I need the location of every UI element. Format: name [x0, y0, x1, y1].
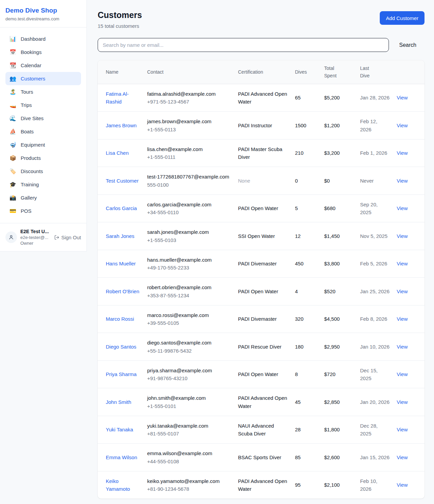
sidebar-item-products[interactable]: 📦 Products: [5, 151, 81, 165]
customer-name-link[interactable]: James Brown: [106, 122, 137, 129]
sign-out-button[interactable]: Sign Out: [54, 235, 81, 240]
customer-certification: None: [238, 178, 250, 184]
sidebar-item-label: Dashboard: [21, 36, 45, 42]
customer-name-link[interactable]: John Smith: [106, 398, 131, 406]
customer-phone: +81-90-1234-5678: [147, 485, 231, 493]
customer-phone: +1-555-0113: [147, 126, 231, 133]
view-customer-link[interactable]: View: [397, 344, 408, 350]
user-name: E2E Test U...: [20, 229, 49, 234]
sidebar-header: Demo Dive Shop demo.test.divestreams.com: [0, 0, 86, 27]
customer-last-dive: Jan 15, 2026: [360, 454, 390, 460]
customer-name-link[interactable]: Robert O'Brien: [106, 287, 139, 295]
column-header-certification: Certification: [238, 60, 295, 84]
sign-out-icon: [54, 235, 59, 240]
view-customer-link[interactable]: View: [397, 288, 408, 294]
customer-dives: 65: [295, 95, 301, 100]
customer-name-link[interactable]: Sarah Jones: [106, 232, 134, 240]
column-header-total-spent: Total Spent: [324, 60, 360, 84]
sidebar-item-dive-sites[interactable]: 🌊 Dive Sites: [5, 112, 81, 125]
user-role: Owner: [20, 241, 49, 246]
sidebar-item-customers[interactable]: 👥 Customers: [5, 72, 81, 85]
customer-name-link[interactable]: Yuki Tanaka: [106, 426, 133, 433]
page-title: Customers: [98, 10, 142, 20]
sidebar-item-tours[interactable]: 🏝️ Tours: [5, 85, 81, 98]
busts-people-icon: 👥: [9, 76, 16, 81]
customer-name-link[interactable]: Priya Sharma: [106, 370, 137, 378]
customer-total-spent: $4,500: [324, 316, 340, 322]
customer-name-link[interactable]: Test Customer: [106, 177, 139, 185]
view-customer-link[interactable]: View: [397, 371, 408, 377]
view-customer-link[interactable]: View: [397, 123, 408, 128]
sidebar-item-bookings[interactable]: 📅 Bookings: [5, 45, 81, 59]
desert-island-icon: 🏝️: [9, 89, 16, 95]
sidebar-item-label: Tours: [21, 89, 33, 95]
page-header: Customers 15 total customers Add Custome…: [98, 10, 425, 29]
add-customer-button[interactable]: Add Customer: [380, 11, 425, 25]
sidebar-item-gallery[interactable]: 📸 Gallery: [5, 191, 81, 204]
user-email: e2e-tester@...: [20, 235, 49, 240]
customer-email: hans.mueller@example.com: [147, 256, 231, 264]
sidebar-item-dashboard[interactable]: 📊 Dashboard: [5, 32, 81, 45]
view-customer-link[interactable]: View: [397, 205, 408, 211]
sidebar-item-label: Boats: [21, 129, 34, 134]
view-customer-link[interactable]: View: [397, 427, 408, 432]
sidebar-item-label: Customers: [21, 76, 45, 81]
customer-name-link[interactable]: Fatima Al-Rashid: [106, 90, 140, 106]
customers-table-card: Name Contact Certification Dives Total S…: [98, 60, 425, 499]
customer-dives: 12: [295, 233, 301, 239]
table-row: Carlos Garcia carlos.garcia@example.com …: [98, 194, 425, 222]
view-customer-link[interactable]: View: [397, 261, 408, 266]
customer-name-link[interactable]: Diego Santos: [106, 343, 136, 351]
view-customer-link[interactable]: View: [397, 399, 408, 405]
customer-certification: PADI Open Water: [238, 288, 278, 294]
customer-email: test-1772681807767@example.com: [147, 173, 231, 181]
table-row: Sarah Jones sarah.jones@example.com +1-5…: [98, 222, 425, 250]
view-customer-link[interactable]: View: [397, 178, 408, 184]
diving-mask-icon: 🤿: [9, 142, 16, 148]
view-customer-link[interactable]: View: [397, 316, 408, 322]
customer-total-spent: $2,600: [324, 454, 340, 460]
customer-dives: 85: [295, 454, 301, 460]
customer-phone: +1-555-0111: [147, 153, 231, 161]
customer-name-link[interactable]: Marco Rossi: [106, 315, 134, 323]
customer-phone: +971-55-123-4567: [147, 98, 231, 106]
customer-email: james.brown@example.com: [147, 117, 231, 125]
customer-dives: 28: [295, 427, 301, 432]
customers-table: Name Contact Certification Dives Total S…: [98, 60, 425, 499]
sidebar-item-trips[interactable]: 🚤 Trips: [5, 98, 81, 112]
view-customer-link[interactable]: View: [397, 95, 408, 100]
sidebar-item-label: Calendar: [21, 62, 41, 68]
sidebar-item-training[interactable]: 🎓 Training: [5, 178, 81, 191]
water-wave-icon: 🌊: [9, 116, 16, 121]
sidebar-item-pos[interactable]: 💳 POS: [5, 204, 81, 218]
customer-email: keiko.yamamoto@example.com: [147, 477, 231, 485]
customer-total-spent: $0: [324, 178, 330, 184]
sidebar-item-calendar[interactable]: 📆 Calendar: [5, 59, 81, 72]
customer-name-link[interactable]: Keiko Yamamoto: [106, 477, 140, 493]
sidebar-item-boats[interactable]: ⛵ Boats: [5, 125, 81, 138]
customer-name-link[interactable]: Emma Wilson: [106, 453, 137, 461]
table-row: Emma Wilson emma.wilson@example.com +44-…: [98, 444, 425, 471]
search-input[interactable]: [98, 38, 389, 52]
customer-total-spent: $2,950: [324, 344, 340, 350]
table-body: Fatima Al-Rashid fatima.alrashid@example…: [98, 84, 425, 499]
customer-last-dive: Feb 12, 2026: [360, 118, 377, 132]
customer-phone: +44-555-0108: [147, 458, 231, 465]
customer-certification: PADI Open Water: [238, 371, 278, 377]
sidebar-item-discounts[interactable]: 🏷️ Discounts: [5, 165, 81, 178]
view-customer-link[interactable]: View: [397, 482, 408, 488]
sidebar-item-label: Products: [21, 155, 41, 161]
sidebar-item-equipment[interactable]: 🤿 Equipment: [5, 138, 81, 151]
sidebar: Demo Dive Shop demo.test.divestreams.com…: [0, 0, 87, 251]
view-customer-link[interactable]: View: [397, 233, 408, 239]
customer-phone: +91-98765-43210: [147, 374, 231, 382]
customer-total-spent: $720: [324, 371, 335, 377]
view-customer-link[interactable]: View: [397, 150, 408, 156]
customer-name-link[interactable]: Carlos Garcia: [106, 204, 137, 212]
view-customer-link[interactable]: View: [397, 454, 408, 460]
customer-name-link[interactable]: Hans Mueller: [106, 260, 136, 267]
search-button[interactable]: Search: [389, 42, 425, 48]
page-subtitle: 15 total customers: [98, 23, 142, 29]
customer-name-link[interactable]: Lisa Chen: [106, 149, 129, 157]
customer-email: marco.rossi@example.com: [147, 311, 231, 319]
